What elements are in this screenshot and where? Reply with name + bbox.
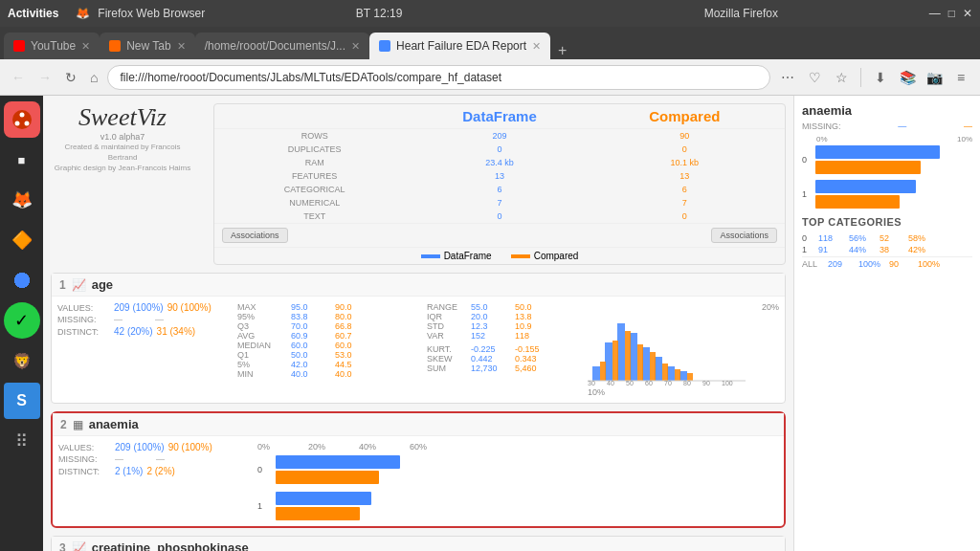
tab-newtab-label: New Tab xyxy=(126,39,170,53)
feature-header-age: 1 📈 age xyxy=(52,274,785,297)
library-icon[interactable]: 📚 xyxy=(896,66,919,89)
youtube-favicon xyxy=(13,40,25,52)
associations-btn-left[interactable]: Associations xyxy=(222,228,288,243)
activities-button[interactable]: Activities xyxy=(8,7,58,20)
svg-rect-7 xyxy=(630,333,637,381)
reader-icon[interactable]: ♡ xyxy=(803,66,826,89)
age-cmp-min: 40.0 xyxy=(335,369,378,379)
svg-text:70: 70 xyxy=(664,380,672,386)
tab-hfeda[interactable]: Heart Failure EDA Report ✕ xyxy=(369,33,550,59)
tc-row-0: 0 118 56% 52 58% xyxy=(802,233,972,243)
screenshot-icon[interactable]: 📷 xyxy=(923,66,946,89)
more-icon[interactable]: ≡ xyxy=(949,66,972,89)
age-cmp-q1: 53.0 xyxy=(335,350,378,360)
close-button[interactable]: ✕ xyxy=(963,7,972,20)
new-tab-button[interactable]: + xyxy=(550,42,574,59)
rp-pct-0: 0% xyxy=(816,135,828,143)
logo-version: v1.0 alpha7 xyxy=(51,132,194,142)
tab-hfeda-close[interactable]: ✕ xyxy=(532,40,541,53)
df-rows: 209 xyxy=(407,131,591,141)
age-cmp-missing: — xyxy=(155,315,164,324)
age-histogram: 20% xyxy=(588,302,779,397)
age-df-p5: 42.0 xyxy=(291,360,334,369)
feat-label: FEATURES xyxy=(222,171,407,181)
bookmark-icon[interactable]: ⋯ xyxy=(776,66,799,89)
age-df-q1: 50.0 xyxy=(291,350,334,360)
age-trend-icon: 📈 xyxy=(72,278,86,292)
window-controls[interactable]: — □ ✕ xyxy=(929,7,972,20)
tc-cmp-count-1: 38 xyxy=(880,245,906,254)
legend-df-box xyxy=(421,254,440,258)
maximize-button[interactable]: □ xyxy=(948,7,955,20)
svg-text:40: 40 xyxy=(607,380,614,386)
url-bar[interactable]: file:///home/rooot/Documents/JLabs/MLTut… xyxy=(107,65,770,90)
distinct-label: DISTINCT: xyxy=(57,327,110,337)
sidebar-icon-brave[interactable]: 🦁 xyxy=(4,342,40,379)
tab-youtube[interactable]: YouTube ✕ xyxy=(4,33,100,59)
an-df-distinct: 2 (1%) xyxy=(115,466,143,476)
max-label: MAX xyxy=(237,302,290,312)
age-df-missing: — xyxy=(114,315,122,324)
browser-label: Firefox Web Browser xyxy=(98,7,205,20)
creatinine-trend-icon: 📈 xyxy=(72,541,86,552)
home-button[interactable]: ⌂ xyxy=(86,68,101,87)
cat-label: CATEGORICAL xyxy=(222,185,407,194)
sidebar-icon-check[interactable]: ✓ xyxy=(4,302,40,339)
rp-missing-label: MISSING: xyxy=(802,121,841,131)
forward-button[interactable]: → xyxy=(34,68,56,87)
reload-button[interactable]: ↻ xyxy=(61,68,80,87)
df-cat: 6 xyxy=(407,185,591,194)
right-panel: anaemia MISSING: — — 0% 10% 0 xyxy=(793,96,980,551)
sidebar-icon-firefox[interactable]: 🦊 xyxy=(4,182,40,218)
svg-rect-15 xyxy=(637,344,643,381)
svg-rect-18 xyxy=(675,369,680,381)
os-sidebar: ■ 🦊 🔶 ◉ ✓ 🦁 S ⠿ xyxy=(0,96,43,551)
df-label: DataFrame xyxy=(407,108,591,124)
an-cmp-distinct: 2 (2%) xyxy=(146,466,174,476)
anaemia-cat-icon: ▦ xyxy=(73,418,83,431)
age-values-row: VALUES: 209 (100%) 90 (100%) xyxy=(57,302,230,313)
download-icon[interactable]: ⬇ xyxy=(869,66,892,89)
age-cmp-values: 90 (100%) xyxy=(167,302,212,313)
sidebar-icon-vlc[interactable]: 🔶 xyxy=(4,222,40,258)
text-label: TEXT xyxy=(222,211,407,221)
tab-newtab[interactable]: New Tab ✕ xyxy=(100,33,194,59)
star-icon[interactable]: ☆ xyxy=(830,66,853,89)
svg-point-1 xyxy=(19,113,24,118)
tab-newtab-close[interactable]: ✕ xyxy=(177,40,186,53)
cmp-label: Compared xyxy=(592,108,777,124)
age-cmp-sum: 5,460 xyxy=(515,364,558,373)
an-cmp-values: 90 (100%) xyxy=(168,442,212,452)
tab-youtube-close[interactable]: ✕ xyxy=(81,40,90,53)
dup-label: DUPLICATES xyxy=(222,144,407,154)
feature-num-2: 2 xyxy=(60,418,67,431)
age-df-skew: 0.442 xyxy=(471,354,514,364)
age-cmp-p95: 80.0 xyxy=(335,312,378,321)
nav-bar: ← → ↻ ⌂ file:///home/rooot/Documents/JLa… xyxy=(0,59,980,96)
sidebar-icon-chrome[interactable]: ◉ xyxy=(4,262,40,298)
rp-bar-1-blue xyxy=(815,180,916,193)
rp-missing-row: MISSING: — — xyxy=(802,121,972,131)
svg-rect-9 xyxy=(655,357,662,381)
sidebar-icon-terminal[interactable]: ■ xyxy=(4,142,40,178)
tc-df-count-0: 118 xyxy=(818,233,847,243)
associations-btn-right[interactable]: Associations xyxy=(711,228,777,243)
age-df-p95: 83.8 xyxy=(291,312,334,321)
newtab-favicon xyxy=(109,40,121,52)
sidebar-icon-s[interactable]: S xyxy=(4,383,40,419)
svg-rect-10 xyxy=(667,366,675,381)
cmp-feat: 13 xyxy=(592,171,777,181)
tc-cat-0: 0 xyxy=(802,233,816,243)
tab-homedocs[interactable]: /home/rooot/Documents/J... ✕ xyxy=(195,33,369,59)
svg-rect-5 xyxy=(605,342,612,381)
back-button[interactable]: ← xyxy=(8,68,29,87)
age-df-min: 40.0 xyxy=(291,369,334,379)
main-page: SweetViz v1.0 alpha7 Created & maintaine… xyxy=(43,96,793,551)
age-cmp-skew: 0.343 xyxy=(515,354,558,364)
sidebar-icon-apps[interactable]: ⠿ xyxy=(4,423,40,459)
logo-credit2: Graphic design by Jean-Francois Haims xyxy=(51,163,194,173)
sidebar-icon-ubuntu[interactable] xyxy=(4,101,40,138)
feature-row-creatinine: 3 📈 creatinine_phosphokinase VALUES: 209… xyxy=(51,536,786,551)
tab-homedocs-close[interactable]: ✕ xyxy=(351,40,360,53)
minimize-button[interactable]: — xyxy=(929,7,941,20)
